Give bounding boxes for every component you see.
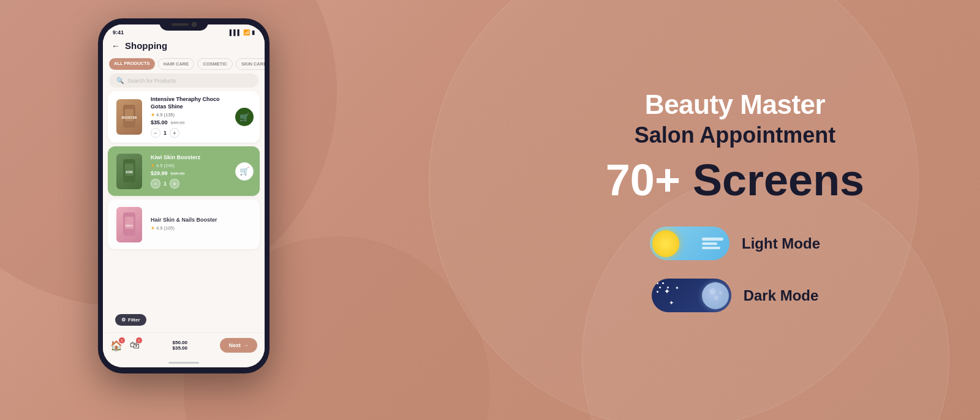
product-image-2: KIWI [114, 151, 145, 191]
filter-label: Filter [128, 317, 140, 323]
star-dot-5 [657, 291, 658, 293]
product-info-2: Kiwi Skin Boosterz ★ 4.9 (240) $29.99 $3… [151, 154, 229, 189]
right-content: Beauty Master Salon Appointment 70+ Scre… [527, 89, 943, 331]
product-info-3: Hair Skin & Nails Booster ★ 4.9 (105) [151, 217, 254, 233]
battery-icon: ▮ [252, 29, 255, 36]
product-thumbnail-3: NAILS [116, 207, 142, 242]
bottom-price-2: $35.00 [173, 345, 187, 351]
app-header: ← Shopping [103, 38, 265, 56]
qty-val-2: 1 [164, 181, 167, 187]
next-button[interactable]: Next → [220, 338, 257, 353]
app-title: Shopping [125, 40, 167, 51]
qty-minus-2[interactable]: − [151, 179, 160, 189]
search-icon: 🔍 [116, 77, 124, 84]
price-old-1: $40.20 [171, 120, 185, 126]
add-cart-button-1[interactable]: 🛒 [235, 108, 254, 126]
star-dot-2 [662, 282, 664, 284]
price-row-1: $35.00 $40.20 [151, 119, 229, 126]
product-card-2: KIWI Kiwi Skin Boosterz ★ 4.9 (240) $29.… [108, 146, 260, 196]
qty-row-1: − 1 + [151, 128, 229, 138]
price-row-2: $29.99 $35.00 [151, 170, 229, 176]
star-icon-2: ★ [151, 163, 155, 168]
product-info-1: Intensive Theraphy Choco Gotas Shine ★ 4… [151, 96, 229, 138]
add-cart-button-2[interactable]: 🛒 [235, 162, 254, 181]
qty-minus-1[interactable]: − [151, 128, 160, 138]
star-dot-3 [659, 287, 661, 288]
star-icon-3: ★ [151, 225, 155, 231]
star-shape-3: ✦ [669, 299, 674, 306]
svg-text:BOOSTER: BOOSTER [122, 116, 137, 119]
rating-2: ★ 4.9 (240) [151, 163, 229, 168]
home-bar [168, 362, 199, 364]
qty-row-2: − 1 + [151, 179, 229, 189]
product-image-1: BOOSTER [114, 97, 145, 137]
light-mode-toggle[interactable] [650, 227, 729, 260]
cloud-line-1 [702, 238, 723, 241]
price-2: $29.99 [151, 170, 168, 176]
star-shape-2: ✦ [675, 285, 679, 291]
cart-icon-wrap-1[interactable]: 🏠 1 [110, 340, 123, 351]
cloud-line-2 [702, 242, 717, 245]
moon-icon [702, 282, 729, 309]
notch-camera [192, 22, 197, 27]
screens-count: 70+ Screens [527, 158, 943, 202]
search-bar[interactable]: 🔍 Search for Products [109, 73, 258, 88]
sun-icon [652, 230, 679, 257]
notch-speaker [172, 23, 189, 26]
wifi-icon: 📶 [243, 29, 250, 36]
clouds-decoration [702, 238, 723, 249]
qty-plus-1[interactable]: + [170, 128, 179, 138]
filter-button[interactable]: ⚙ Filter [115, 314, 146, 326]
bottom-price-1: $50.00 [173, 340, 187, 345]
next-label: Next [228, 342, 241, 348]
cloud-line-3 [702, 247, 720, 249]
search-placeholder: Search for Products [127, 78, 176, 84]
svg-text:NAILS: NAILS [126, 224, 133, 227]
dark-mode-label: Dark Mode [744, 287, 819, 304]
spot-3 [719, 291, 722, 294]
tab-cosmetic[interactable]: COSMETIC [197, 58, 233, 70]
product-thumbnail-2: KIWI [116, 154, 142, 189]
light-mode-row: Light Mode [527, 227, 943, 260]
back-button[interactable]: ← [111, 41, 120, 51]
svg-rect-1 [125, 109, 134, 121]
cart-icon-wrap-2[interactable]: 🛍 1 [130, 340, 140, 351]
tab-skin-care[interactable]: SKIN CARE [236, 58, 265, 70]
qty-val-1: 1 [164, 130, 167, 136]
tab-all-products[interactable]: ALL PRODUCTS [109, 58, 155, 70]
dark-mode-toggle[interactable]: ✦ ✦ ✦ [652, 279, 731, 312]
rating-3: ★ 4.9 (105) [151, 225, 254, 231]
phone-notch [159, 18, 208, 31]
status-time: 9:41 [113, 29, 124, 36]
price-1: $35.00 [151, 119, 168, 126]
next-arrow-icon: → [243, 342, 249, 348]
price-labels: $50.00 $35.00 [173, 340, 187, 351]
star-shape-1: ✦ [664, 287, 670, 296]
spot-2 [714, 296, 718, 300]
light-mode-label: Light Mode [742, 235, 820, 252]
moon-spots [702, 282, 729, 309]
bottom-icons: 🏠 1 🛍 1 [110, 340, 140, 351]
badge-2: 1 [136, 337, 142, 343]
product-name-3: Hair Skin & Nails Booster [151, 217, 254, 224]
product-name-2: Kiwi Skin Boosterz [151, 154, 229, 162]
price-old-2: $35.00 [171, 171, 185, 176]
product-card-1: BOOSTER Intensive Theraphy Choco Gotas S… [108, 91, 260, 143]
rating-value-2: 4.9 (240) [156, 163, 175, 168]
product-thumbnail-1: BOOSTER [116, 99, 142, 135]
svg-text:KIWI: KIWI [126, 170, 133, 174]
product-card-3: NAILS Hair Skin & Nails Booster ★ 4.9 (1… [108, 200, 260, 249]
svg-rect-4 [125, 163, 134, 176]
svg-rect-7 [125, 217, 134, 229]
tab-hair-care[interactable]: HAIR CARE [158, 58, 195, 70]
qty-plus-2[interactable]: + [170, 179, 179, 189]
rating-value-3: 4.9 (105) [156, 225, 175, 231]
star-dot-1 [657, 282, 658, 284]
phone-mockup: 9:41 ▌▌▌ 📶 ▮ ← Shopping ALL PRODUCTS HAI… [98, 18, 282, 398]
badge-1: 1 [119, 337, 125, 343]
signal-icon: ▌▌▌ [230, 29, 241, 36]
brand-subtitle: Salon Appointment [527, 122, 943, 148]
phone-frame: 9:41 ▌▌▌ 📶 ▮ ← Shopping ALL PRODUCTS HAI… [98, 18, 270, 373]
spot-1 [709, 288, 715, 294]
category-tabs: ALL PRODUCTS HAIR CARE COSMETIC SKIN CAR… [103, 56, 265, 73]
